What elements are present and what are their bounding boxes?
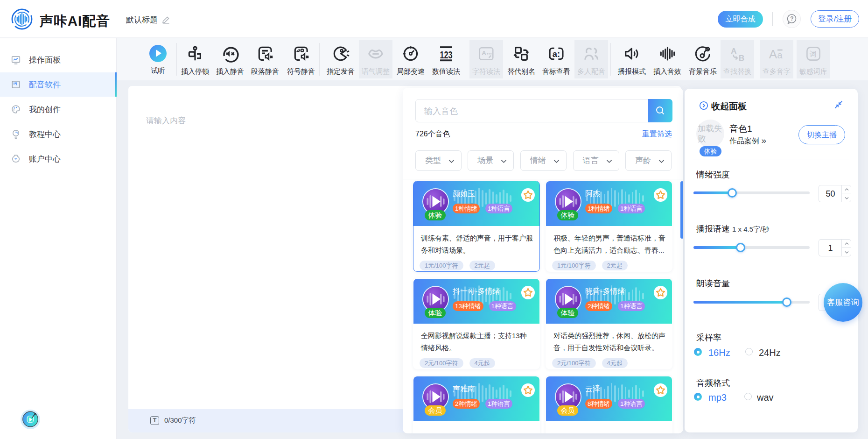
svg-text:A: A	[769, 47, 777, 61]
svg-text:a: a	[777, 50, 783, 60]
svg-text:123: 123	[440, 49, 452, 61]
svg-text:?: ?	[790, 15, 793, 22]
svg-text:词: 词	[809, 50, 817, 58]
svg-text:B: B	[739, 53, 745, 63]
svg-text:A: A	[482, 50, 486, 57]
svg-text:A: A	[731, 46, 737, 56]
svg-text:a:: a:	[553, 50, 560, 59]
